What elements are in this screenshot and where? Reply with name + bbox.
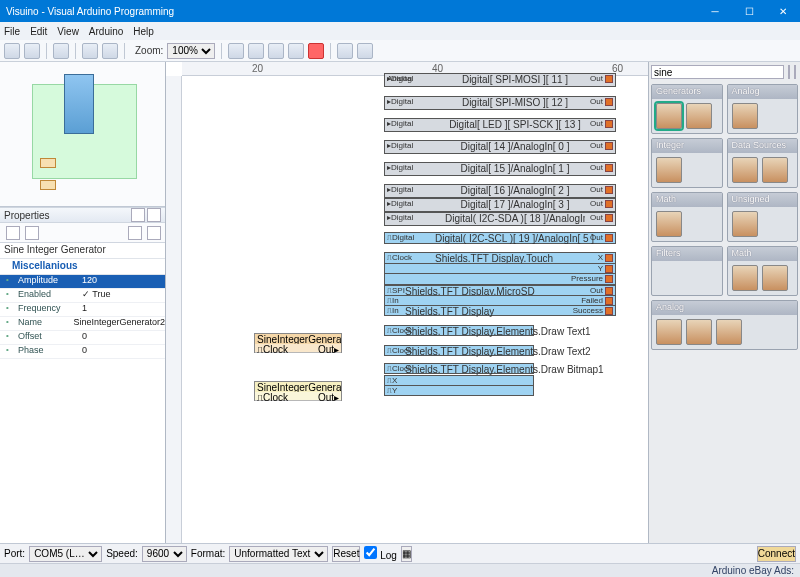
palette-group-title[interactable]: Math	[652, 193, 722, 207]
palette-group-title[interactable]: Analog	[728, 85, 798, 99]
prop-cat-icon[interactable]	[6, 226, 20, 240]
palette-item[interactable]	[656, 319, 682, 345]
palette-group: Unsigned	[727, 192, 799, 242]
board-pin-row[interactable]: ▸Digital Digital[ 14 ]/AnalogIn[ 0 ] Out	[384, 140, 616, 154]
board-pin-row[interactable]: ▸Digital Digital[ 17 ]/AnalogIn[ 3 ] Out	[384, 198, 616, 212]
search-input[interactable]	[651, 65, 784, 79]
connect-button[interactable]: Connect	[757, 546, 796, 562]
menu-file[interactable]: File	[4, 26, 20, 37]
properties-toolbar	[0, 223, 165, 243]
min-button[interactable]: ─	[698, 0, 732, 22]
board-pin-row[interactable]: Analog ▸Digital Digital[ SPI-MOSI ][ 11 …	[384, 73, 616, 87]
generator-block[interactable]: SineIntegerGenerator2⎍ClockOut▸	[254, 381, 342, 401]
log-view-button[interactable]: ▦	[401, 546, 412, 562]
palette-item[interactable]	[686, 103, 712, 129]
tft-row[interactable]: ⎍Clock Shields.TFT Display.Elements.Draw…	[384, 345, 534, 356]
palette-item[interactable]	[732, 157, 758, 183]
upload-icon[interactable]	[337, 43, 353, 59]
palette-group-title[interactable]: Generators	[652, 85, 722, 99]
palette-item[interactable]	[656, 211, 682, 237]
prop-az-icon[interactable]	[25, 226, 39, 240]
palette-group-title[interactable]: Data Sources	[728, 139, 798, 153]
format-select[interactable]: Unformatted Text	[229, 546, 328, 562]
property-row[interactable]: Phase0	[0, 345, 165, 359]
palette-group-title[interactable]: Math	[728, 247, 798, 261]
search-opt1-icon[interactable]	[794, 65, 796, 79]
property-row[interactable]: Enabled✓ True	[0, 289, 165, 303]
menu-arduino[interactable]: Arduino	[89, 26, 123, 37]
palette-item[interactable]	[716, 319, 742, 345]
speed-select[interactable]: 9600	[142, 546, 187, 562]
zoom-fit-icon[interactable]	[268, 43, 284, 59]
palette-group: Filters	[651, 246, 723, 296]
close-panel-icon[interactable]	[147, 208, 161, 222]
board-pin-row[interactable]: ▸Digital Digital[ SPI-MISO ][ 12 ] Out	[384, 96, 616, 110]
tft-row[interactable]: ⎍In Shields.TFT Display Success	[384, 305, 616, 316]
palette-group: Integer	[651, 138, 723, 188]
palette-item[interactable]	[762, 265, 788, 291]
properties-group[interactable]: Miscellanious	[0, 259, 165, 275]
palette-item[interactable]	[732, 265, 758, 291]
shield-row[interactable]: ⎍Digital Digital( I2C-SCL )[ 19 ]/Analog…	[384, 232, 616, 244]
property-row[interactable]: Offset0	[0, 331, 165, 345]
redo-icon[interactable]	[102, 43, 118, 59]
close-button[interactable]: ✕	[766, 0, 800, 22]
zoom-in-icon[interactable]	[228, 43, 244, 59]
generator-block[interactable]: SineIntegerGenerator1⎍ClockOut▸	[254, 333, 342, 353]
tft-row[interactable]: ⎍Y	[384, 385, 534, 396]
palette-group: Data Sources	[727, 138, 799, 188]
board-icon[interactable]	[357, 43, 373, 59]
undo-icon[interactable]	[82, 43, 98, 59]
palette-item[interactable]	[686, 319, 712, 345]
properties-title: Properties	[4, 210, 50, 221]
search-go-icon[interactable]	[788, 65, 790, 79]
menu-view[interactable]: View	[57, 26, 79, 37]
prop-tool2-icon[interactable]	[147, 226, 161, 240]
menu-help[interactable]: Help	[133, 26, 154, 37]
palette-item[interactable]	[732, 103, 758, 129]
speed-label: Speed:	[106, 548, 138, 559]
zoom-out-icon[interactable]	[248, 43, 264, 59]
format-label: Format:	[191, 548, 225, 559]
board-pin-row[interactable]: ▸Digital Digital[ LED ][ SPI-SCK ][ 13 ]…	[384, 118, 616, 132]
ad-bar: Arduino eBay Ads:	[0, 563, 800, 577]
reset-button[interactable]: Reset	[332, 546, 360, 562]
delete-icon[interactable]	[308, 43, 324, 59]
refresh-icon[interactable]	[288, 43, 304, 59]
shield-row[interactable]: Pressure	[384, 273, 616, 285]
palette-item[interactable]	[762, 157, 788, 183]
board-pin-row[interactable]: ▸Digital Digital[ 16 ]/AnalogIn[ 2 ] Out	[384, 184, 616, 198]
max-button[interactable]: ☐	[732, 0, 766, 22]
property-row[interactable]: Amplitude120	[0, 275, 165, 289]
menu-edit[interactable]: Edit	[30, 26, 47, 37]
component-palette: GeneratorsAnalogIntegerData SourcesMathU…	[648, 62, 800, 543]
design-canvas[interactable]: 20 40 60 SineIntegerGenerator1⎍ClockOut▸…	[166, 62, 648, 543]
save-icon[interactable]	[53, 43, 69, 59]
board-pin-row[interactable]: ▸Digital Digital( I2C-SDA )[ 18 ]/Analog…	[384, 212, 616, 226]
new-icon[interactable]	[4, 43, 20, 59]
property-row[interactable]: Frequency1	[0, 303, 165, 317]
palette-group-title[interactable]: Filters	[652, 247, 722, 261]
palette-group-title[interactable]: Analog	[652, 301, 797, 315]
palette-group-title[interactable]: Integer	[652, 139, 722, 153]
palette-item[interactable]	[732, 211, 758, 237]
prop-tool1-icon[interactable]	[128, 226, 142, 240]
ad-text: Arduino eBay Ads:	[712, 565, 794, 576]
log-check[interactable]: Log	[364, 546, 396, 561]
toolbar: Zoom: 100%	[0, 40, 800, 62]
preview-pane[interactable]	[0, 62, 165, 207]
port-select[interactable]: COM5 (L…	[29, 546, 102, 562]
palette-group: Math	[727, 246, 799, 296]
pin-icon[interactable]	[131, 208, 145, 222]
palette-item[interactable]	[656, 103, 682, 129]
property-row[interactable]: NameSineIntegerGenerator2	[0, 317, 165, 331]
zoom-select[interactable]: 100%	[167, 43, 215, 59]
app-title: Visuino - Visual Arduino Programming	[6, 6, 174, 17]
properties-object: Sine Integer Generator	[0, 243, 165, 259]
palette-group-title[interactable]: Unsigned	[728, 193, 798, 207]
palette-item[interactable]	[656, 157, 682, 183]
board-pin-row[interactable]: ▸Digital Digital[ 15 ]/AnalogIn[ 1 ] Out	[384, 162, 616, 176]
open-icon[interactable]	[24, 43, 40, 59]
tft-row[interactable]: ⎍Clock Shields.TFT Display.Elements.Draw…	[384, 325, 534, 336]
tft-row[interactable]: ⎍Clock Shields.TFT Display.Elements.Draw…	[384, 363, 534, 374]
